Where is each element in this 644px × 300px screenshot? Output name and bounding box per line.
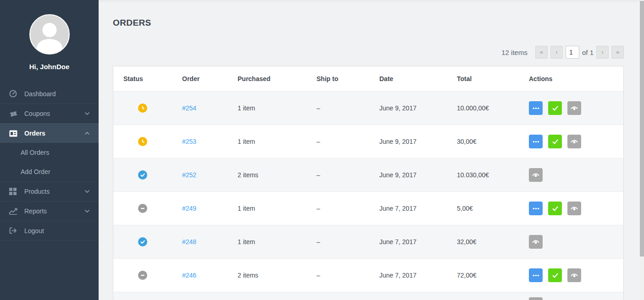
ship-to-cell: –	[306, 205, 369, 212]
ship-to-cell: –	[306, 104, 369, 112]
purchased-cell: 1 item	[228, 205, 306, 212]
order-view-button[interactable]	[529, 168, 543, 182]
sidebar-subitem-add-order[interactable]: Add Order	[0, 162, 99, 181]
sidebar-subitem-all-orders[interactable]: All Orders	[0, 143, 99, 162]
order-row: #2462 items–June 7, 201772,00€	[113, 258, 623, 292]
orders-icon	[9, 130, 18, 137]
column-header-order: Order	[172, 75, 228, 82]
column-header-purchased: Purchased	[228, 75, 306, 82]
order-complete-button[interactable]	[548, 135, 562, 148]
order-complete-button[interactable]	[548, 202, 562, 215]
order-processing-button[interactable]	[529, 101, 543, 115]
order-view-button[interactable]	[567, 135, 581, 148]
ellipsis-icon	[532, 138, 540, 146]
order-complete-button[interactable]	[548, 268, 562, 282]
sidebar: Hi, JohnDoe DashboardCouponsOrdersAll Or…	[0, 0, 99, 300]
clock-icon	[138, 137, 147, 146]
total-cell: 10.030,00€	[447, 171, 519, 179]
sidebar-item-reports[interactable]: Reports	[0, 201, 99, 221]
chevron-up-icon	[85, 132, 89, 135]
sidebar-item-orders[interactable]: Orders	[0, 123, 99, 143]
chevron-down-icon	[85, 112, 89, 115]
ship-to-cell: –	[306, 171, 369, 179]
sidebar-item-coupons[interactable]: Coupons	[0, 104, 99, 123]
date-cell: June 9, 2017	[369, 104, 447, 112]
ship-to-cell: –	[306, 138, 369, 145]
coupons-icon	[9, 110, 18, 118]
total-cell: 72,00€	[447, 272, 519, 279]
minus-circle-icon	[138, 271, 147, 280]
actions-cell	[519, 101, 623, 115]
order-cell: #248	[172, 238, 228, 245]
eye-icon	[570, 105, 578, 111]
status-cell	[113, 271, 172, 280]
order-complete-button[interactable]	[548, 101, 562, 115]
products-icon	[9, 188, 18, 195]
sidebar-item-label: Orders	[24, 130, 45, 137]
order-cell: #252	[172, 171, 228, 179]
orders-table: StatusOrderPurchasedShip toDateTotalActi…	[113, 66, 624, 300]
column-header-total: Total	[447, 75, 519, 82]
order-view-button[interactable]	[567, 202, 581, 215]
status-cell	[113, 170, 172, 180]
order-number-link[interactable]: #248	[182, 238, 196, 245]
status-cell	[113, 204, 172, 213]
actions-cell	[519, 168, 623, 182]
user-greeting: Hi, JohnDoe	[0, 63, 99, 71]
column-header-ship-to: Ship to	[306, 75, 369, 82]
total-cell: 5,00€	[447, 205, 519, 212]
sidebar-item-label: Coupons	[24, 110, 50, 117]
main-content: ORDERS 12 items « ‹ of 1 › » StatusOrder…	[99, 0, 644, 300]
page-number-input[interactable]	[566, 46, 579, 59]
avatar	[29, 14, 70, 55]
check-icon	[552, 105, 559, 112]
scrollbar-thumb[interactable]	[640, 1, 644, 256]
date-cell: June 7, 2017	[369, 205, 447, 212]
eye-icon	[570, 138, 578, 145]
sidebar-item-logout[interactable]: Logout	[0, 221, 99, 240]
reports-icon	[9, 208, 18, 215]
purchased-cell: 2 items	[228, 171, 306, 179]
order-row: #2481 item–June 7, 201732,00€	[113, 225, 623, 258]
actions-cell	[519, 202, 623, 215]
order-number-link[interactable]: #249	[182, 205, 196, 212]
order-processing-button[interactable]	[529, 268, 543, 282]
order-number-link[interactable]: #252	[182, 171, 196, 179]
order-row: #2541 item–June 9, 201710.000,00€	[113, 91, 623, 125]
sidebar-item-products[interactable]: Products	[0, 181, 99, 201]
avatar-body-shape	[37, 39, 62, 55]
sidebar-item-label: Logout	[24, 227, 44, 235]
check-circle-icon	[138, 237, 147, 246]
order-cell: #254	[172, 104, 228, 112]
ellipsis-icon	[532, 104, 540, 112]
order-view-button[interactable]	[529, 297, 543, 300]
order-view-button[interactable]	[567, 101, 581, 115]
order-row: #2522 items–June 9, 201710.030,00€	[113, 158, 623, 191]
prev-page-button[interactable]: ‹	[550, 46, 563, 59]
sidebar-item-dashboard[interactable]: Dashboard	[0, 84, 99, 104]
logout-icon	[9, 227, 18, 234]
status-cell	[113, 237, 172, 246]
first-page-button[interactable]: «	[535, 46, 548, 59]
last-page-button[interactable]: »	[611, 46, 624, 59]
order-processing-button[interactable]	[529, 202, 543, 215]
order-processing-button[interactable]	[529, 135, 543, 148]
order-view-button[interactable]	[567, 268, 581, 282]
next-page-button[interactable]: ›	[596, 46, 609, 59]
chevron-down-icon	[85, 210, 89, 213]
order-row: #2491 item–June 7, 20175,00€	[113, 191, 623, 225]
order-number-link[interactable]: #254	[182, 104, 196, 112]
date-cell: June 9, 2017	[369, 171, 447, 179]
chevron-down-icon	[85, 190, 89, 193]
actions-cell	[519, 268, 623, 282]
total-cell: 32,00€	[447, 238, 519, 245]
actions-cell	[519, 135, 623, 148]
order-view-button[interactable]	[529, 235, 543, 249]
order-number-link[interactable]: #246	[182, 272, 196, 279]
orders-table-body: #2541 item–June 9, 201710.000,00€#2531 i…	[113, 91, 623, 300]
sidebar-item-label: Dashboard	[24, 90, 56, 98]
page-of-label: of 1	[582, 49, 594, 56]
check-circle-icon	[138, 170, 147, 180]
order-number-link[interactable]: #253	[182, 138, 196, 145]
eye-icon	[532, 239, 540, 245]
